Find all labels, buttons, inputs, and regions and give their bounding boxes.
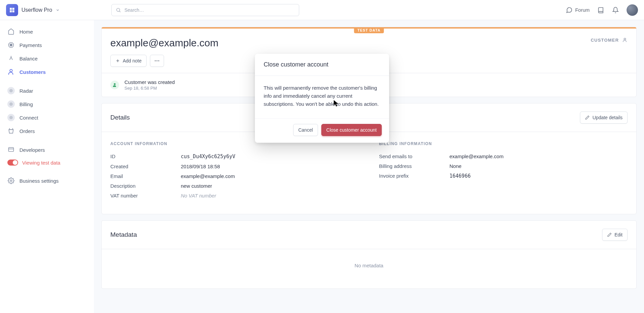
billing-address-value: None: [449, 163, 462, 169]
svg-line-1: [119, 11, 120, 12]
email-label: Email: [110, 173, 181, 179]
svg-point-11: [155, 60, 156, 61]
add-note-button[interactable]: Add note: [110, 55, 147, 67]
sidebar-item-label: Customers: [19, 69, 46, 75]
sidebar-item-orders[interactable]: Orders: [0, 124, 94, 138]
cancel-button[interactable]: Cancel: [293, 124, 318, 136]
close-account-modal: Close customer account This will permane…: [255, 54, 389, 143]
orders-icon: [7, 127, 15, 135]
test-data-badge: TEST DATA: [354, 27, 384, 33]
sidebar-item-label: Business settings: [19, 178, 59, 184]
svg-point-4: [10, 70, 12, 72]
sidebar-item-label: Developers: [19, 147, 45, 153]
payments-icon: [7, 41, 15, 49]
svg-point-12: [157, 60, 158, 61]
sidebar-item-balance[interactable]: Balance: [0, 52, 94, 65]
notifications-icon[interactable]: [612, 6, 619, 14]
metadata-empty-state: No metadata: [102, 249, 636, 288]
home-icon: [7, 28, 15, 35]
id-label: ID: [110, 153, 181, 160]
metadata-title: Metadata: [110, 231, 137, 238]
description-label: Description: [110, 183, 181, 189]
customer-type-label: CUSTOMER: [591, 38, 619, 43]
gear-icon: [7, 177, 15, 184]
sidebar-item-developers[interactable]: Developers: [0, 143, 94, 156]
update-details-label: Update details: [592, 115, 623, 120]
docs-icon[interactable]: [597, 6, 604, 14]
developers-icon: [7, 146, 15, 153]
chevron-down-icon: [56, 8, 60, 12]
created-label: Created: [110, 164, 181, 169]
update-details-button[interactable]: Update details: [580, 111, 628, 124]
sidebar-item-label: Home: [19, 29, 33, 35]
account-info-column: ACCOUNT INFORMATION IDcus_Du4Xy6c625y6yV…: [110, 141, 359, 200]
search-input[interactable]: [124, 7, 295, 13]
sidebar-item-payments[interactable]: Payments: [0, 38, 94, 52]
connect-icon: [7, 114, 15, 121]
vat-value: No VAT number: [181, 193, 216, 198]
svg-point-7: [10, 180, 12, 182]
sidebar-item-customers[interactable]: Customers: [0, 65, 94, 79]
forum-label: Forum: [575, 7, 590, 13]
sidebar-item-connect[interactable]: Connect: [0, 111, 94, 124]
pencil-icon: [585, 115, 590, 120]
add-note-label: Add note: [123, 58, 142, 63]
sidebar-item-business-settings[interactable]: Business settings: [0, 174, 94, 187]
balance-icon: [7, 55, 15, 62]
sidebar-item-home[interactable]: Home: [0, 25, 94, 38]
edit-label: Edit: [614, 232, 623, 237]
svg-point-0: [117, 8, 120, 11]
cancel-label: Cancel: [298, 127, 313, 133]
more-horizontal-icon: [154, 58, 160, 64]
confirm-close-account-button[interactable]: Close customer account: [321, 124, 382, 136]
brand-logo: [6, 4, 18, 16]
metadata-card: Metadata Edit No metadata: [101, 220, 637, 289]
svg-point-13: [158, 60, 159, 61]
modal-body-text: This will permanently remove the custome…: [255, 76, 389, 118]
sidebar-item-radar[interactable]: Radar: [0, 84, 94, 97]
chat-icon: [566, 7, 573, 13]
search-icon: [116, 7, 121, 13]
details-title: Details: [110, 114, 130, 121]
billing-info-column: BILLING INFORMATION Send emails toexampl…: [379, 141, 628, 200]
svg-rect-5: [9, 147, 14, 151]
vat-label: VAT number: [110, 193, 181, 198]
svg-point-8: [624, 38, 626, 40]
billing-info-heading: BILLING INFORMATION: [379, 141, 628, 146]
brand-switcher[interactable]: Userflow Pro: [6, 4, 107, 16]
forum-link[interactable]: Forum: [566, 7, 590, 13]
search-container[interactable]: [111, 4, 299, 16]
user-icon: [622, 37, 628, 43]
test-mode-label: Viewing test data: [22, 160, 60, 166]
customer-email-heading: example@example.com: [110, 37, 218, 49]
radar-icon: [7, 87, 15, 94]
sidebar-item-label: Radar: [19, 88, 33, 94]
customers-icon: [7, 68, 15, 76]
created-value: 2018/09/18 18:58: [181, 164, 220, 169]
id-value: cus_Du4Xy6c625y6yV: [181, 153, 235, 160]
test-mode-toggle-row[interactable]: Viewing test data: [0, 156, 94, 169]
sidebar-item-billing[interactable]: Billing: [0, 97, 94, 111]
billing-address-label: Billing address: [379, 163, 449, 169]
edit-metadata-button[interactable]: Edit: [602, 229, 628, 241]
invoice-prefix-value: 1646966: [449, 173, 471, 179]
svg-point-3: [10, 44, 12, 46]
more-actions-button[interactable]: [150, 55, 164, 67]
sidebar-item-label: Orders: [19, 128, 35, 134]
user-avatar[interactable]: [627, 4, 638, 16]
sidebar-item-label: Balance: [19, 56, 38, 61]
event-user-icon: [110, 81, 119, 89]
sidebar: Home Payments Balance Customers Radar: [0, 20, 94, 313]
send-emails-label: Send emails to: [379, 153, 449, 159]
event-timestamp: Sep 18, 6:58 PM: [124, 86, 175, 91]
description-value: new customer: [181, 183, 212, 189]
email-value: example@example.com: [181, 173, 235, 179]
svg-point-14: [114, 83, 115, 85]
customer-type-badge: CUSTOMER: [591, 37, 628, 43]
test-mode-toggle[interactable]: [7, 160, 18, 166]
send-emails-value: example@example.com: [449, 153, 503, 159]
plus-icon: [115, 58, 120, 63]
sidebar-item-label: Connect: [19, 115, 38, 121]
billing-icon: [7, 100, 15, 108]
brand-name: Userflow Pro: [21, 7, 52, 13]
